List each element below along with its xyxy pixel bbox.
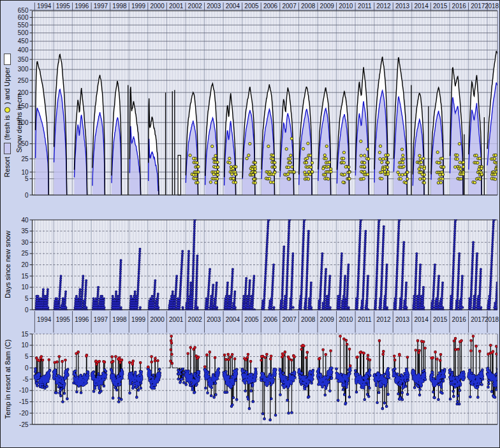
- tick-labels: 0510255010015020025030035040045050055060…: [18, 7, 33, 428]
- top-y-axis-title-line2: Snow depths in cm: [14, 83, 24, 163]
- svg-text:5: 5: [25, 353, 29, 360]
- svg-text:2009: 2009: [320, 316, 335, 323]
- svg-text:1997: 1997: [94, 3, 108, 10]
- top-y-title-upper: ) and Upper: [3, 68, 11, 105]
- bottom-y-axis-title: Temp in resort at 8am (C): [3, 323, 13, 435]
- svg-text:1995: 1995: [56, 3, 71, 10]
- panel-backgrounds: [33, 11, 498, 424]
- svg-text:1999: 1999: [131, 316, 146, 323]
- svg-text:2004: 2004: [226, 316, 240, 323]
- svg-text:2016: 2016: [452, 316, 467, 323]
- svg-text:-15: -15: [19, 398, 29, 405]
- svg-text:350: 350: [18, 56, 29, 63]
- svg-text:2010: 2010: [339, 316, 353, 323]
- svg-text:2008: 2008: [301, 316, 316, 323]
- svg-text:0: 0: [25, 365, 29, 372]
- svg-text:2004: 2004: [226, 3, 240, 10]
- resort-swatch-icon: [4, 143, 11, 154]
- svg-text:2012: 2012: [376, 3, 391, 10]
- svg-text:15: 15: [21, 331, 29, 338]
- svg-text:-10: -10: [19, 387, 29, 394]
- svg-text:1994: 1994: [37, 3, 52, 10]
- svg-text:2006: 2006: [263, 3, 278, 10]
- svg-text:2006: 2006: [263, 316, 278, 323]
- snow-history-figure: 0510255010015020025030035040045050055060…: [0, 0, 500, 448]
- svg-text:300: 300: [18, 66, 29, 73]
- svg-text:20: 20: [21, 261, 29, 268]
- svg-text:30: 30: [21, 239, 29, 246]
- svg-text:2000: 2000: [150, 316, 165, 323]
- top-y-axis-title-line1: Resort (fresh is ) and Upper: [2, 36, 12, 195]
- svg-text:0: 0: [25, 192, 29, 199]
- svg-text:-25: -25: [19, 421, 29, 428]
- svg-text:500: 500: [18, 29, 29, 36]
- svg-text:1996: 1996: [75, 316, 89, 323]
- middle-y-axis-title: Days since new snow: [3, 218, 13, 311]
- svg-text:1996: 1996: [75, 3, 89, 10]
- svg-text:2002: 2002: [188, 316, 203, 323]
- svg-text:-20: -20: [19, 410, 29, 417]
- svg-text:2013: 2013: [395, 316, 410, 323]
- svg-text:1994: 1994: [37, 316, 52, 323]
- chart-canvas: 0510255010015020025030035040045050055060…: [1, 1, 500, 448]
- svg-text:2005: 2005: [244, 3, 259, 10]
- svg-text:5: 5: [25, 175, 29, 182]
- svg-text:10: 10: [21, 284, 29, 291]
- upper-swatch-icon: [4, 54, 11, 65]
- svg-text:2017: 2017: [471, 3, 485, 10]
- top-y-title-fresh: (fresh is: [3, 115, 11, 140]
- svg-text:1995: 1995: [56, 316, 71, 323]
- top-y-title-resort: Resort: [3, 157, 11, 177]
- svg-text:2015: 2015: [433, 316, 448, 323]
- svg-text:550: 550: [18, 22, 29, 29]
- svg-text:1998: 1998: [112, 3, 127, 10]
- svg-text:2003: 2003: [207, 316, 221, 323]
- svg-text:2008: 2008: [301, 3, 316, 10]
- svg-text:2018: 2018: [485, 3, 499, 10]
- svg-text:2000: 2000: [150, 3, 165, 10]
- svg-text:2013: 2013: [395, 3, 410, 10]
- svg-text:2014: 2014: [414, 3, 429, 10]
- svg-text:650: 650: [18, 7, 29, 14]
- svg-text:2005: 2005: [244, 316, 259, 323]
- svg-text:35: 35: [21, 228, 29, 235]
- svg-text:2014: 2014: [414, 316, 429, 323]
- svg-text:40: 40: [21, 217, 29, 224]
- svg-text:2010: 2010: [339, 3, 353, 10]
- svg-text:2001: 2001: [169, 3, 184, 10]
- svg-text:2003: 2003: [207, 3, 221, 10]
- svg-text:2018: 2018: [485, 316, 499, 323]
- svg-text:400: 400: [18, 47, 29, 54]
- svg-text:10: 10: [21, 342, 29, 349]
- svg-text:2011: 2011: [358, 316, 372, 323]
- svg-text:2007: 2007: [282, 3, 297, 10]
- svg-text:2011: 2011: [358, 3, 372, 10]
- svg-text:5: 5: [25, 295, 29, 302]
- svg-text:2001: 2001: [169, 316, 184, 323]
- svg-text:2012: 2012: [376, 316, 391, 323]
- svg-text:1997: 1997: [94, 316, 108, 323]
- svg-text:2015: 2015: [433, 3, 448, 10]
- svg-text:1999: 1999: [131, 3, 146, 10]
- svg-text:2017: 2017: [471, 316, 485, 323]
- fresh-dot-icon: [4, 107, 10, 113]
- svg-text:25: 25: [21, 250, 29, 257]
- svg-text:2002: 2002: [188, 3, 203, 10]
- svg-text:2007: 2007: [282, 316, 297, 323]
- svg-text:0: 0: [25, 307, 29, 314]
- svg-text:2009: 2009: [320, 3, 335, 10]
- svg-text:15: 15: [21, 273, 29, 280]
- svg-text:2016: 2016: [452, 3, 467, 10]
- svg-text:1998: 1998: [112, 316, 127, 323]
- svg-text:10: 10: [21, 169, 29, 176]
- svg-text:600: 600: [18, 14, 29, 21]
- svg-text:-5: -5: [23, 376, 29, 383]
- svg-text:250: 250: [18, 77, 29, 84]
- svg-text:450: 450: [18, 38, 29, 45]
